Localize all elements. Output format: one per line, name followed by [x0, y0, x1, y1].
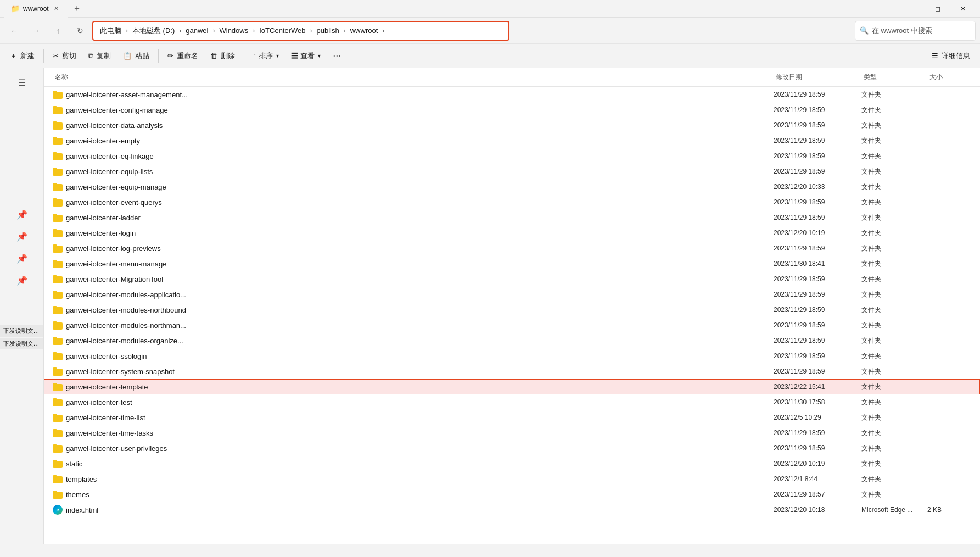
file-name-cell: ganwei-iotcenter-time-tasks — [53, 429, 774, 437]
close-button[interactable]: ✕ — [950, 0, 976, 18]
breadcrumb-ganwei[interactable]: ganwei — [183, 25, 210, 36]
back-button[interactable]: ← — [4, 21, 24, 41]
tab-strip: 📁 wwwroot ✕ ＋ — [4, 0, 900, 17]
minimize-button[interactable]: ─ — [900, 0, 925, 18]
table-row[interactable]: ganwei-iotcenter-log-previews 2023/11/29… — [44, 241, 980, 256]
sidebar-nav-1[interactable]: ☰ — [4, 73, 40, 92]
rename-icon: ✏ — [167, 52, 173, 60]
table-row[interactable]: ganwei-iotcenter-time-tasks 2023/11/29 1… — [44, 425, 980, 441]
folder-icon — [53, 383, 63, 391]
tab-close-button[interactable]: ✕ — [52, 4, 61, 13]
new-button[interactable]: ＋ 新建 — [4, 46, 40, 66]
cut-button[interactable]: ✂ 剪切 — [47, 46, 82, 66]
search-box[interactable]: 🔍 在 wwwroot 中搜索 — [855, 21, 976, 41]
file-name: ganwei-iotcenter-eq-linkage — [66, 152, 154, 160]
new-tab-button[interactable]: ＋ — [68, 0, 86, 18]
side-label-v11[interactable]: 下发说明文档V1.1 — [0, 338, 44, 349]
restore-button[interactable]: ◻ — [925, 0, 950, 18]
table-row[interactable]: ganwei-iotcenter-modules-northbound 2023… — [44, 302, 980, 318]
file-date: 2023/11/29 18:59 — [774, 306, 861, 314]
forward-button[interactable]: → — [26, 21, 46, 41]
breadcrumb-d[interactable]: 本地磁盘 (D:) — [130, 25, 177, 37]
table-row[interactable]: ganwei-iotcenter-time-list 2023/12/5 10:… — [44, 410, 980, 425]
table-row[interactable]: ganwei-iotcenter-system-snapshot 2023/11… — [44, 364, 980, 379]
file-name: ganwei-iotcenter-data-analysis — [66, 121, 163, 130]
file-name-cell: ganwei-iotcenter-MigrationTool — [53, 275, 774, 283]
col-header-name[interactable]: 名称 — [53, 70, 774, 84]
table-row[interactable]: themes 2023/11/29 18:57 文件夹 — [44, 487, 980, 502]
more-button[interactable]: ··· — [327, 46, 347, 66]
file-date: 2023/11/30 18:41 — [774, 260, 861, 268]
active-tab[interactable]: 📁 wwwroot ✕ — [4, 0, 68, 18]
copy-button[interactable]: ⧉ 复制 — [83, 46, 116, 66]
table-row[interactable]: ganwei-iotcenter-modules-northman... 202… — [44, 318, 980, 333]
up-button[interactable]: ↑ — [48, 21, 68, 41]
folder-small-icon: 📁 — [11, 4, 20, 13]
view-button[interactable]: ☰ 查看 ▾ — [285, 46, 326, 66]
file-name-cell: ganwei-iotcenter-test — [53, 398, 774, 406]
table-row[interactable]: ganwei-iotcenter-menu-manage 2023/11/30 … — [44, 256, 980, 271]
cut-icon: ✂ — [53, 52, 59, 60]
table-row[interactable]: ganwei-iotcenter-data-analysis 2023/11/2… — [44, 118, 980, 133]
view-label: ☰ 查看 — [291, 51, 315, 61]
table-row[interactable]: ganwei-iotcenter-user-privileges 2023/11… — [44, 441, 980, 456]
file-date: 2023/11/29 18:59 — [774, 198, 861, 206]
new-label: 新建 — [20, 51, 35, 61]
file-name-cell: ganwei-iotcenter-equip-manage — [53, 183, 774, 191]
breadcrumb-windows[interactable]: Windows — [217, 25, 250, 36]
col-header-size[interactable]: 大小 — [927, 70, 971, 84]
sidebar-nav-4[interactable]: 📌 — [4, 248, 40, 268]
file-date: 2023/11/29 18:59 — [774, 168, 861, 175]
table-row[interactable]: ganwei-iotcenter-config-manage 2023/11/2… — [44, 102, 980, 118]
file-type: 文件夹 — [861, 398, 927, 407]
table-row[interactable]: ganwei-iotcenter-asset-management... 202… — [44, 87, 980, 102]
breadcrumb-iotcenterweb[interactable]: IoTCenterWeb — [257, 25, 307, 36]
file-type: 文件夹 — [861, 305, 927, 315]
table-row[interactable]: static 2023/12/20 10:19 文件夹 — [44, 456, 980, 471]
file-name: ganwei-iotcenter-log-previews — [66, 244, 161, 253]
file-name-cell: ganwei-iotcenter-asset-management... — [53, 91, 774, 99]
refresh-button[interactable]: ↻ — [70, 21, 90, 41]
table-row[interactable]: e index.html 2023/12/20 10:18 Microsoft … — [44, 502, 980, 517]
sidebar-nav-2[interactable]: 📌 — [4, 204, 40, 224]
file-name: ganwei-iotcenter-equip-manage — [66, 183, 166, 191]
table-row[interactable]: ganwei-iotcenter-ssologin 2023/11/29 18:… — [44, 348, 980, 364]
folder-icon — [53, 306, 63, 314]
sidebar-nav-3[interactable]: 📌 — [4, 226, 40, 246]
breadcrumb-publish[interactable]: publish — [315, 25, 341, 36]
table-row[interactable]: ganwei-iotcenter-MigrationTool 2023/11/2… — [44, 271, 980, 287]
file-name: ganwei-iotcenter-system-snapshot — [66, 367, 175, 376]
file-date: 2023/11/30 17:58 — [774, 398, 861, 406]
table-row[interactable]: ganwei-iotcenter-ladder 2023/11/29 18:59… — [44, 210, 980, 225]
side-label-v10[interactable]: 下发说明文档V1.0 — [0, 325, 44, 337]
col-header-type[interactable]: 类型 — [861, 70, 927, 84]
col-header-date[interactable]: 修改日期 — [774, 70, 861, 84]
table-row[interactable]: ganwei-iotcenter-login 2023/12/20 10:19 … — [44, 225, 980, 241]
table-row[interactable]: ganwei-iotcenter-modules-applicatio... 2… — [44, 287, 980, 302]
file-name: ganwei-iotcenter-menu-manage — [66, 260, 167, 268]
new-icon: ＋ — [10, 51, 17, 61]
sidebar-nav-5[interactable]: 📌 — [4, 270, 40, 290]
breadcrumb-wwwroot[interactable]: wwwroot — [348, 25, 380, 36]
folder-icon — [53, 214, 63, 222]
folder-icon — [53, 337, 63, 345]
table-row[interactable]: ganwei-iotcenter-template 2023/12/22 15:… — [44, 379, 980, 394]
delete-button[interactable]: 🗑 删除 — [205, 46, 240, 66]
main-layout: ☰ 📌 📌 📌 📌 下发说明文档V1.0 下发说明文档V1.1 名称 修改日期 … — [0, 68, 980, 557]
table-row[interactable]: ganwei-iotcenter-eq-linkage 2023/11/29 1… — [44, 148, 980, 164]
table-row[interactable]: ganwei-iotcenter-test 2023/11/30 17:58 文… — [44, 394, 980, 410]
table-row[interactable]: ganwei-iotcenter-equip-lists 2023/11/29 … — [44, 164, 980, 179]
rename-button[interactable]: ✏ 重命名 — [162, 46, 204, 66]
file-name: static — [66, 460, 82, 468]
file-name-cell: ganwei-iotcenter-menu-manage — [53, 260, 774, 268]
paste-button[interactable]: 📋 粘贴 — [117, 46, 155, 66]
table-row[interactable]: ganwei-iotcenter-equip-manage 2023/12/20… — [44, 179, 980, 194]
table-row[interactable]: templates 2023/12/1 8:44 文件夹 — [44, 471, 980, 487]
breadcrumb-pc[interactable]: 此电脑 — [98, 25, 124, 37]
detail-button[interactable]: ☰ 详细信息 — [926, 46, 976, 66]
file-name-cell: ganwei-iotcenter-system-snapshot — [53, 367, 774, 376]
sort-button[interactable]: ↑ 排序 ▾ — [248, 46, 284, 66]
table-row[interactable]: ganwei-iotcenter-modules-organize... 202… — [44, 333, 980, 348]
table-row[interactable]: ganwei-iotcenter-empty 2023/11/29 18:59 … — [44, 133, 980, 148]
table-row[interactable]: ganwei-iotcenter-event-querys 2023/11/29… — [44, 194, 980, 210]
